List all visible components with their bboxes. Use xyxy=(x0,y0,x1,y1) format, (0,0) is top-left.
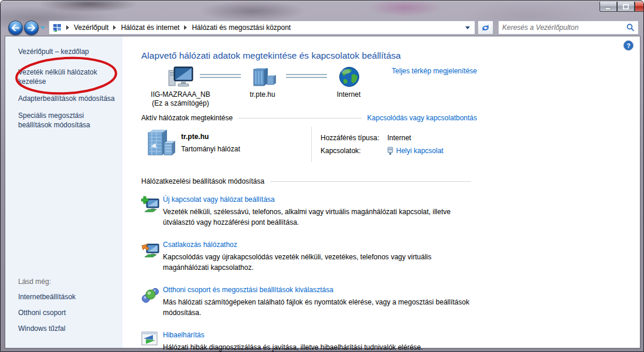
breadcrumb-arrow-icon xyxy=(66,25,69,30)
map-connection-line xyxy=(200,74,241,78)
refresh-button[interactable] xyxy=(478,21,493,35)
task-new-connection: Új kapcsolat vagy hálózat beállítása Vez… xyxy=(141,195,477,228)
sidebar-item-change-adapter-settings[interactable]: Adapterbeállítások módosítása xyxy=(18,94,117,103)
globe-icon[interactable] xyxy=(339,66,360,87)
ethernet-connection-icon xyxy=(387,147,393,155)
sidebar-item-advanced-sharing-settings[interactable]: Speciális megosztási beállítások módosít… xyxy=(18,111,106,130)
sidebar-item-windows-firewall[interactable]: Windows tűzfal xyxy=(18,324,76,333)
troubleshoot-icon xyxy=(141,331,159,347)
help-icon[interactable]: ? xyxy=(623,40,633,50)
local-area-connection-link[interactable]: Helyi kapcsolat xyxy=(396,144,444,157)
search-box xyxy=(498,21,639,35)
breadcrumb-arrow-icon xyxy=(113,25,116,30)
window-controls xyxy=(599,2,644,12)
network-map: IIG-MAZRAAA_NB (Ez a számítógép) tr.pte.… xyxy=(141,65,477,110)
access-type-value: Internet xyxy=(387,131,411,144)
active-network-item: tr.pte.hu Tartományi hálózat Hozzáférés … xyxy=(141,127,477,163)
address-dropdown-icon[interactable] xyxy=(465,26,470,29)
access-type-label: Hozzáférés típusa: xyxy=(321,131,387,144)
domain-network-icon[interactable] xyxy=(251,68,276,88)
see-also-label: Lásd még: xyxy=(18,277,76,286)
map-connection-line xyxy=(286,74,327,78)
main-panel: ? Alapvető hálózati adatok megtekintése … xyxy=(122,36,640,348)
active-networks-header: Aktív hálózatok megtekintése Kapcsolódás… xyxy=(141,114,477,122)
back-button[interactable] xyxy=(8,21,23,35)
search-icon[interactable] xyxy=(626,23,635,32)
new-connection-link[interactable]: Új kapcsolat vagy hálózat beállítása xyxy=(163,195,477,204)
map-node-computer-label: IIG-MAZRAAA_NB (Ez a számítógép) xyxy=(141,90,220,108)
connect-network-description: Kapcsolódás vagy újrakapcsolódás vezeték… xyxy=(163,252,477,273)
header-rule xyxy=(270,181,471,182)
network-sharing-center-window: Vezérlőpult Hálózat és internet Hálózati… xyxy=(0,0,644,352)
connect-network-link[interactable]: Csatlakozás hálózathoz xyxy=(163,241,477,249)
settings-title: Hálózatkezelési beállítások módosítása xyxy=(141,177,264,185)
task-connect-network: Csatlakozás hálózathoz Kapcsolódás vagy … xyxy=(141,241,477,273)
refresh-icon xyxy=(481,23,490,32)
domain-buildings-icon xyxy=(145,128,175,158)
sidebar: Vezérlőpult – kezdőlap Vezeték nélküli h… xyxy=(5,36,122,348)
active-network-type: Tartományi hálózat xyxy=(181,145,240,153)
map-node-internet-label: Internet xyxy=(314,90,384,99)
content-area: Vezérlőpult – kezdőlap Vezeték nélküli h… xyxy=(5,36,640,348)
settings-header: Hálózatkezelési beállítások módosítása xyxy=(141,177,477,185)
see-full-map-link[interactable]: Teljes térkép megjelenítése xyxy=(392,67,477,75)
page-title: Alapvető hálózati adatok megtekintése és… xyxy=(141,50,640,61)
breadcrumb-item-network-internet[interactable]: Hálózat és internet xyxy=(118,23,182,32)
connections-label: Kapcsolatok: xyxy=(321,144,387,157)
new-connection-description: Vezeték nélküli, szélessávú, telefonos, … xyxy=(163,207,477,228)
restore-icon xyxy=(623,4,629,9)
close-button[interactable] xyxy=(635,2,644,12)
active-network-details: Hozzáférés típusa: Internet Kapcsolatok:… xyxy=(321,131,444,157)
task-homegroup: Otthoni csoport és megosztási beállításo… xyxy=(141,286,477,318)
map-node-domain-label: tr.pte.hu xyxy=(227,90,298,99)
navigation-bar: Vezérlőpult Hálózat és internet Hálózati… xyxy=(5,19,640,36)
task-troubleshoot: Hibaelhárítás Hálózati hibák diagnosztiz… xyxy=(141,331,477,352)
divider xyxy=(311,127,312,162)
breadcrumb-arrow-icon xyxy=(184,25,187,30)
recent-pages-dropdown-icon[interactable] xyxy=(40,26,45,29)
forward-button[interactable] xyxy=(24,21,39,35)
address-bar[interactable]: Vezérlőpult Hálózat és internet Hálózati… xyxy=(49,21,475,35)
troubleshoot-description: Hálózati hibák diagnosztizálása és javít… xyxy=(163,342,477,352)
minimize-icon xyxy=(605,4,611,9)
sidebar-item-control-panel-home[interactable]: Vezérlőpult – kezdőlap xyxy=(18,47,117,56)
breadcrumb-item-network-sharing-center[interactable]: Hálózati és megosztási központ xyxy=(189,23,293,32)
connect-disconnect-link[interactable]: Kapcsolódás vagy kapcsolatbontás xyxy=(367,114,477,122)
search-input[interactable] xyxy=(502,23,626,32)
back-arrow-icon xyxy=(12,25,19,31)
maximize-button[interactable] xyxy=(617,2,635,12)
forward-arrow-icon xyxy=(28,25,35,31)
troubleshoot-link[interactable]: Hibaelhárítás xyxy=(163,331,477,339)
homegroup-description: Más hálózati számítógépeken található fá… xyxy=(163,297,477,318)
svg-text:?: ? xyxy=(626,42,631,49)
connect-network-icon xyxy=(141,241,160,259)
active-networks-title: Aktív hálózatok megtekintése xyxy=(141,114,233,122)
sidebar-item-homegroup[interactable]: Otthoni csoport xyxy=(18,308,76,317)
sidebar-item-internet-options[interactable]: Internetbeállítások xyxy=(18,292,76,302)
sidebar-item-manage-wireless-networks[interactable]: Vezeték nélküli hálózatok kezelése xyxy=(18,67,111,86)
breadcrumb-item-control-panel[interactable]: Vezérlőpult xyxy=(71,23,111,32)
computer-icon[interactable] xyxy=(168,66,194,89)
sidebar-see-also-section: Lásd még: Internetbeállítások Otthoni cs… xyxy=(18,277,76,340)
active-network-name: tr.pte.hu xyxy=(181,133,209,141)
homegroup-icon xyxy=(141,286,160,304)
homegroup-link[interactable]: Otthoni csoport és megosztási beállításo… xyxy=(163,286,477,294)
new-connection-icon xyxy=(141,196,160,214)
control-panel-icon xyxy=(53,23,62,32)
header-rule xyxy=(238,118,361,119)
minimize-button[interactable] xyxy=(599,2,617,12)
